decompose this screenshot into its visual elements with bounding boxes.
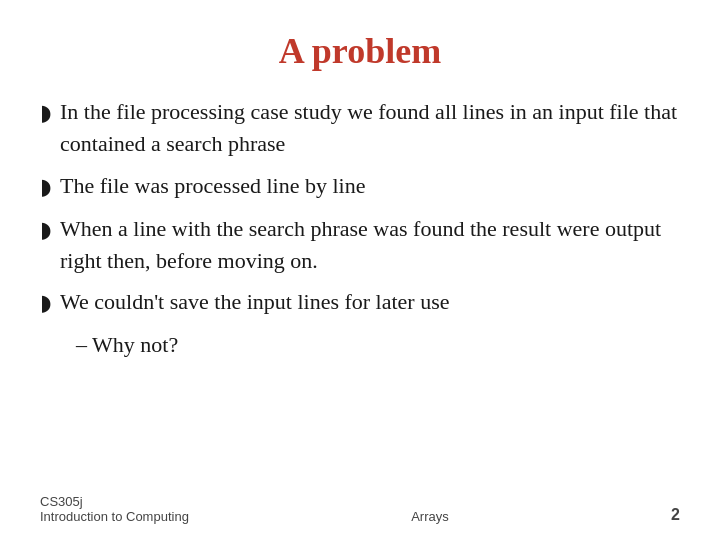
content-area: ◗ In the file processing case study we f… [40,96,680,361]
bullet-text-1: In the file processing case study we fou… [60,96,680,160]
bullet-icon-3: ◗ [40,214,52,246]
slide: A problem ◗ In the file processing case … [0,0,720,540]
bullet-icon-2: ◗ [40,171,52,203]
footer-topic: Arrays [411,509,449,524]
bullet-icon-4: ◗ [40,287,52,319]
bullet-icon-1: ◗ [40,97,52,129]
sub-item: – Why not? [76,329,680,361]
footer-course-line2: Introduction to Computing [40,509,189,524]
bullet-item-1: ◗ In the file processing case study we f… [40,96,680,160]
footer: CS305j Introduction to Computing Arrays … [40,494,680,524]
footer-course: CS305j Introduction to Computing [40,494,189,524]
bullet-item-2: ◗ The file was processed line by line [40,170,680,203]
bullet-text-4: We couldn't save the input lines for lat… [60,286,680,318]
bullet-item-4: ◗ We couldn't save the input lines for l… [40,286,680,319]
footer-page: 2 [671,506,680,524]
bullet-text-2: The file was processed line by line [60,170,680,202]
slide-title: A problem [40,30,680,72]
bullet-text-3: When a line with the search phrase was f… [60,213,680,277]
bullet-item-3: ◗ When a line with the search phrase was… [40,213,680,277]
footer-course-line1: CS305j [40,494,189,509]
